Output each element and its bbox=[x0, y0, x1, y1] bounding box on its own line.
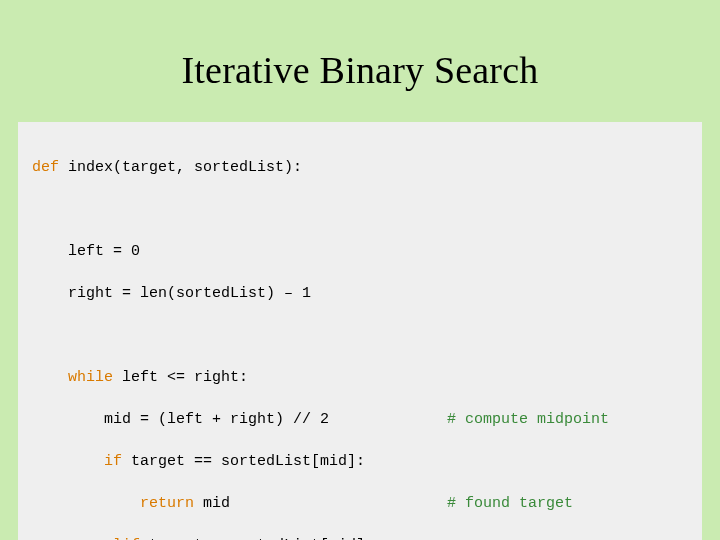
code-block: def index(target, sortedList): left = 0 … bbox=[32, 136, 690, 540]
code-text: left <= right: bbox=[113, 369, 248, 386]
code-line: right = len(sortedList) – 1 bbox=[32, 283, 690, 304]
code-line: mid = (left + right) // 2# compute midpo… bbox=[32, 409, 690, 430]
code-text: mid bbox=[194, 495, 230, 512]
code-text bbox=[32, 369, 68, 386]
code-line bbox=[32, 325, 690, 346]
code-line bbox=[32, 199, 690, 220]
code-text: left = 0 bbox=[32, 241, 447, 262]
code-line: if target == sortedList[mid]: bbox=[32, 451, 690, 472]
slide: Iterative Binary Search def index(target… bbox=[0, 0, 720, 540]
code-line: def index(target, sortedList): bbox=[32, 157, 690, 178]
code-line: return mid# found target bbox=[32, 493, 690, 514]
code-text: mid = (left + right) // 2 bbox=[32, 409, 447, 430]
code-text bbox=[32, 199, 447, 220]
code-panel: def index(target, sortedList): left = 0 … bbox=[18, 122, 702, 540]
code-line: left = 0 bbox=[32, 241, 690, 262]
code-line: elif target < sortedList[mid]: bbox=[32, 535, 690, 540]
code-text bbox=[32, 325, 447, 346]
code-text: right = len(sortedList) – 1 bbox=[32, 283, 447, 304]
keyword-return: return bbox=[140, 495, 194, 512]
comment: # compute midpoint bbox=[447, 409, 690, 430]
code-line: while left <= right: bbox=[32, 367, 690, 388]
code-text: index(target, sortedList): bbox=[59, 159, 302, 176]
comment: # found target bbox=[447, 493, 690, 514]
page-title: Iterative Binary Search bbox=[0, 48, 720, 92]
code-text bbox=[32, 453, 104, 470]
code-text bbox=[32, 495, 140, 512]
keyword-def: def bbox=[32, 159, 59, 176]
keyword-if: if bbox=[104, 453, 122, 470]
code-text: target == sortedList[mid]: bbox=[122, 453, 365, 470]
keyword-while: while bbox=[68, 369, 113, 386]
